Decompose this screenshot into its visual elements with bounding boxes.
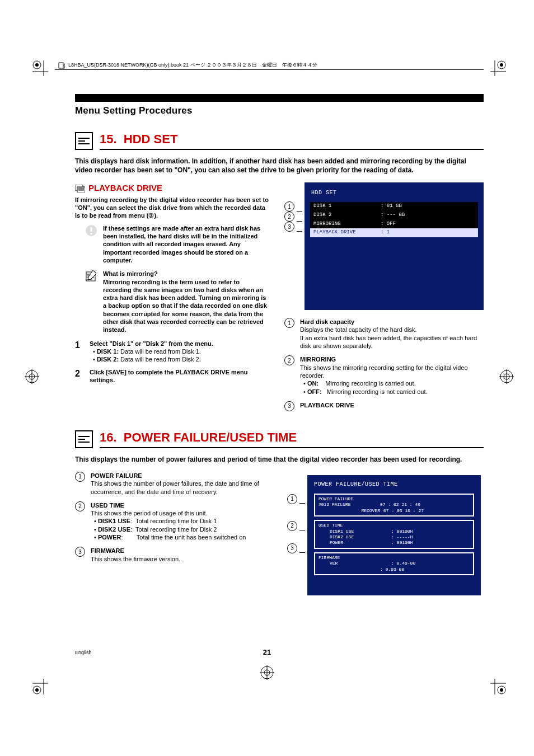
pl-def-3-num: 3 [75, 547, 85, 557]
def-2-off: • OFF: Mirroring recording is not carrie… [303, 388, 484, 396]
step-num-2: 2 [75, 368, 84, 384]
crop-mark-icon [490, 60, 506, 76]
power-screen-title: POWER FAILURE/USED TIME [314, 481, 474, 488]
step-num-1: 1 [75, 340, 84, 364]
content: Menu Setting Procedures 15. HDD SET This… [40, 94, 484, 595]
hdd-row-disk2: DISK 2: --- GB [310, 211, 478, 220]
pf-row-2: RECOVER07 : 03 10 : 27 [318, 508, 470, 514]
registration-target-icon [260, 665, 274, 680]
footer-page: 21 [263, 648, 271, 656]
ut-block: USED TIME DISK1 USE: 00100H DISK2 USE: -… [314, 520, 474, 549]
svg-point-3 [500, 63, 503, 67]
hdd-row-disk1: DISK 1: 81 GB [310, 202, 478, 211]
menu-icon [75, 430, 93, 448]
heading-15-num: 15. [100, 132, 117, 146]
def-1: 1 Hard disk capacity Displays the total … [284, 318, 484, 350]
pf-row-1: #012 FAILURE07 : 02 21 : 46 [318, 502, 470, 508]
playback-icon [75, 184, 85, 192]
def-2-a: This shows the mirroring recording setti… [300, 364, 484, 380]
pl-def-2-num: 2 [75, 501, 85, 511]
crop-mark-icon [490, 679, 506, 694]
pl-b1: • DISK1 USE: Total recording time for Di… [94, 517, 271, 525]
ut-row-2: DISK2 USE: -----H [318, 534, 470, 540]
step-1-text: Select "Disk 1" or "Disk 2" from the men… [90, 340, 269, 348]
book-icon [58, 62, 65, 69]
power-screen-wrap: 1 2 3 POWER FAILURE/USED TIME POWER FAIL… [287, 475, 484, 595]
callout-stack: 1 2 3 [284, 201, 302, 232]
ut-head: USED TIME [318, 523, 470, 528]
def-1-a: Displays the total capacity of the hard … [300, 326, 484, 334]
pf-block: POWER FAILURE #012 FAILURE07 : 02 21 : 4… [314, 494, 474, 516]
fw-block: FIRMWARE VER: 0.40-00 : 0.03-00 [314, 552, 474, 575]
h15-intro: This displays hard disk information. In … [75, 157, 484, 175]
def-3-title: PLAYBACK DRIVE [300, 401, 484, 409]
h15-body: PLAYBACK DRIVE If mirroring recording by… [75, 182, 484, 416]
step-1-body: Select "Disk 1" or "Disk 2" from the men… [90, 340, 269, 364]
h16-intro: This displays the number of power failur… [75, 455, 484, 464]
pl-def-3: 3 FIRMWARE This shows the firmware versi… [75, 547, 271, 563]
playback-heading: PLAYBACK DRIVE [75, 182, 269, 194]
heading-15: 15. HDD SET [75, 132, 484, 150]
p-callout-3: 3 [287, 543, 297, 553]
footer-lang: English [75, 650, 92, 655]
page: L8HBA_US(DSR-3016 NETWORK)(GB only).book… [0, 0, 534, 756]
heading-16: 16. POWER FAILURE/USED TIME [75, 430, 484, 448]
power-screen: POWER FAILURE/USED TIME POWER FAILURE #0… [307, 475, 481, 595]
pl-def-1-body: This shows the number of power failures,… [91, 480, 271, 496]
svg-point-5 [35, 688, 39, 692]
pl-def-1-num: 1 [75, 472, 85, 482]
top-rule [55, 69, 484, 70]
menu-icon [75, 132, 93, 150]
h16-body: 1 POWER FAILURE This shows the number of… [75, 472, 484, 595]
registration-target-icon [499, 369, 514, 384]
power-callouts: 1 2 3 [287, 494, 305, 553]
h15-left-col: PLAYBACK DRIVE If mirroring recording by… [75, 182, 269, 416]
mirroring-a: Mirroring recording is the term used to … [103, 278, 269, 334]
step-2-text: Click [SAVE] to complete the PLAYBACK DR… [90, 368, 269, 384]
svg-rect-18 [91, 233, 92, 234]
hdd-set-screen: HDD SET DISK 1: 81 GB DISK 2: --- GB MIR… [305, 182, 484, 310]
def-2: 2 MIRRORING This shows the mirroring rec… [284, 355, 484, 395]
notepad-icon [85, 270, 97, 282]
pl-def-2-body: This shows the period of usage of this u… [91, 509, 271, 517]
step-1b: • DISK 2: Data will be read from Disk 2. [93, 355, 269, 363]
h16-left-col: 1 POWER FAILURE This shows the number of… [75, 472, 271, 595]
warning-note: If these settings are made after an extr… [85, 224, 269, 264]
callout-1: 1 [284, 201, 294, 212]
callout-2: 2 [284, 212, 294, 222]
svg-point-7 [500, 688, 503, 692]
def-1-num: 1 [284, 318, 294, 328]
step-1: 1 Select "Disk 1" or "Disk 2" from the m… [75, 340, 269, 364]
heading-15-text: 15. HDD SET [100, 132, 484, 150]
ut-row-1: DISK1 USE: 00100H [318, 529, 470, 534]
pl-def-2-title: USED TIME [91, 501, 271, 509]
fw-row-1: VER: 0.40-00 [318, 561, 470, 566]
h16-right-col: 1 2 3 POWER FAILURE/USED TIME POWER FAIL… [287, 472, 484, 595]
heading-16-text: 16. POWER FAILURE/USED TIME [100, 430, 484, 448]
mirroring-q: What is mirroring? [103, 270, 269, 278]
p-callout-1: 1 [287, 494, 297, 504]
hdd-screen-title: HDD SET [311, 189, 478, 196]
hdd-defs: 1 Hard disk capacity Displays the total … [284, 318, 484, 411]
ut-row-3: POWER: 00100H [318, 540, 470, 546]
hdd-screen-wrap: 1 2 3 HDD SET DISK 1: 81 GB DISK 2: --- … [284, 182, 484, 310]
doc-path: L8HBA_US(DSR-3016 NETWORK)(GB only).book… [58, 62, 317, 69]
pl-def-2: 2 USED TIME This shows the period of usa… [75, 501, 271, 541]
mirroring-note-body: What is mirroring? Mirroring recording i… [103, 270, 269, 334]
pl-b3: • POWER: Total time the unit has been sw… [94, 533, 271, 541]
callout-3: 3 [284, 222, 294, 232]
def-2-title: MIRRORING [300, 355, 484, 363]
def-2-num: 2 [284, 355, 294, 365]
mirroring-note: What is mirroring? Mirroring recording i… [85, 270, 269, 334]
fw-row-2: : 0.03-00 [318, 567, 470, 572]
pl-def-3-body: This shows the firmware version. [91, 555, 271, 563]
svg-rect-17 [91, 227, 92, 232]
def-1-title: Hard disk capacity [300, 318, 484, 326]
heading-15-title: HDD SET [124, 132, 178, 146]
def-1-b: If an extra hard disk has been added, th… [300, 334, 484, 350]
heading-16-num: 16. [100, 430, 117, 444]
step-1a: • DISK 1: Data will be read from Disk 1. [93, 348, 269, 355]
heading-16-title: POWER FAILURE/USED TIME [124, 430, 297, 444]
hdd-row-mirroring: MIRRORING: OFF [310, 220, 478, 229]
pl-def-1-title: POWER FAILURE [91, 472, 271, 480]
